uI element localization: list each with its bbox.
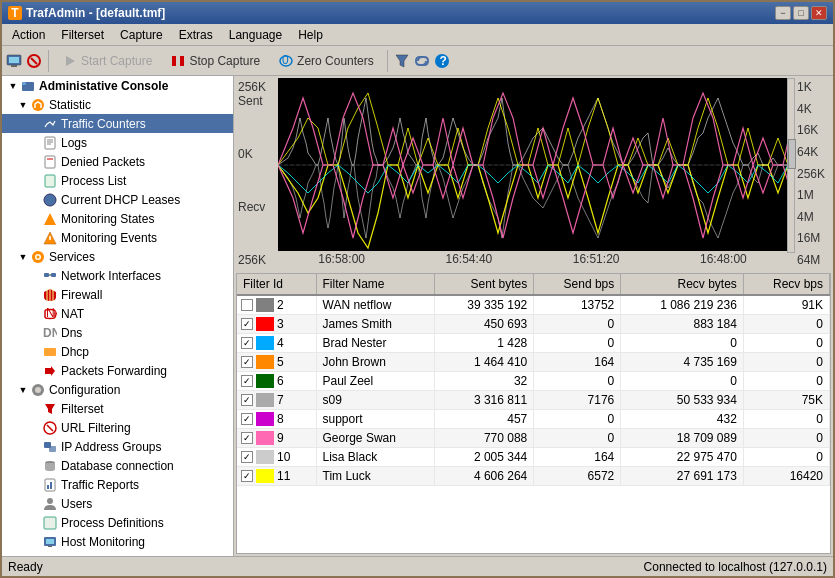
- cell-filter-name: s09: [316, 391, 434, 410]
- sidebar-monitoring-states-label: Monitoring States: [61, 212, 154, 226]
- sidebar-group-configuration-label: Configuration: [49, 383, 120, 397]
- chart-x-labels: 16:58:00 16:54:40 16:51:20 16:48:00: [278, 251, 787, 269]
- sidebar-group-services[interactable]: ▼ Services: [2, 247, 233, 266]
- toolbar-icon-2[interactable]: [26, 53, 42, 69]
- stop-capture-button[interactable]: Stop Capture: [163, 50, 267, 72]
- row-checkbox[interactable]: ✓: [241, 356, 253, 368]
- menu-filterset[interactable]: Filterset: [53, 26, 112, 44]
- menu-language[interactable]: Language: [221, 26, 290, 44]
- row-checkbox[interactable]: ✓: [241, 375, 253, 387]
- sidebar-item-dhcp[interactable]: Dhcp: [2, 342, 233, 361]
- sidebar-group-configuration[interactable]: ▼ Configuration: [2, 380, 233, 399]
- sidebar-item-firewall[interactable]: Firewall: [2, 285, 233, 304]
- svg-text:0: 0: [282, 54, 289, 67]
- sidebar-item-monitoring-events[interactable]: Monitoring Events: [2, 228, 233, 247]
- svg-line-4: [31, 58, 37, 64]
- row-checkbox[interactable]: [241, 299, 253, 311]
- row-checkbox[interactable]: ✓: [241, 394, 253, 406]
- chart-scrollbar[interactable]: [787, 78, 795, 253]
- sidebar-item-traffic-counters[interactable]: Traffic Counters: [2, 114, 233, 133]
- title-bar-left: T TrafAdmin - [default.tmf]: [8, 6, 165, 20]
- svg-point-42: [35, 387, 41, 393]
- sidebar-item-network-interfaces[interactable]: Network Interfaces: [2, 266, 233, 285]
- row-checkbox[interactable]: ✓: [241, 451, 253, 463]
- sidebar-item-url-filtering[interactable]: URL Filtering: [2, 418, 233, 437]
- row-checkbox[interactable]: ✓: [241, 318, 253, 330]
- cell-send-bps: 164: [534, 448, 621, 467]
- row-checkbox[interactable]: ✓: [241, 470, 253, 482]
- minimize-button[interactable]: −: [775, 6, 791, 20]
- row-checkbox[interactable]: ✓: [241, 432, 253, 444]
- svg-rect-39: [44, 348, 56, 356]
- sidebar-group-services-label: Services: [49, 250, 95, 264]
- main-window: T TrafAdmin - [default.tmf] − □ ✕ Action…: [0, 0, 835, 578]
- sidebar-item-packets-forwarding[interactable]: Packets Forwarding: [2, 361, 233, 380]
- toolbar-icon-link[interactable]: [414, 53, 430, 69]
- cell-recv-bps: 0: [743, 353, 829, 372]
- chart-y-right: 1K 4K 16K 64K 256K 1M 4M 16M 64M: [795, 78, 831, 269]
- color-swatch: [256, 431, 274, 445]
- maximize-button[interactable]: □: [793, 6, 809, 20]
- cell-sent-bytes: 3 316 811: [434, 391, 534, 410]
- sidebar-item-dhcp-leases[interactable]: Current DHCP Leases: [2, 190, 233, 209]
- sidebar-item-dns[interactable]: DNS Dns: [2, 323, 233, 342]
- svg-marker-40: [45, 366, 55, 376]
- sidebar-item-traffic-reports[interactable]: Traffic Reports: [2, 475, 233, 494]
- svg-rect-47: [49, 446, 56, 452]
- sidebar-database-connection-label: Database connection: [61, 459, 174, 473]
- monitoring-states-icon: [42, 211, 58, 227]
- zero-counters-button[interactable]: 0 Zero Counters: [271, 50, 381, 72]
- sidebar-item-process-definitions[interactable]: Process Definitions: [2, 513, 233, 532]
- close-button[interactable]: ✕: [811, 6, 827, 20]
- toolbar-icon-1[interactable]: [6, 53, 22, 69]
- network-interfaces-icon: [42, 268, 58, 284]
- row-checkbox[interactable]: ✓: [241, 337, 253, 349]
- row-checkbox[interactable]: ✓: [241, 413, 253, 425]
- menu-extras[interactable]: Extras: [171, 26, 221, 44]
- y-left-256k-recv: 256K: [238, 253, 276, 267]
- cell-recv-bytes: 0: [621, 372, 744, 391]
- sidebar-root[interactable]: ▼ Administative Console: [2, 76, 233, 95]
- x-label-1: 16:54:40: [446, 252, 493, 268]
- url-filtering-icon: [42, 420, 58, 436]
- cell-send-bps: 0: [534, 315, 621, 334]
- cell-filter-id: ✓ 7: [237, 391, 316, 410]
- toolbar-icon-filter[interactable]: [394, 53, 410, 69]
- sidebar-item-denied-packets[interactable]: Denied Packets: [2, 152, 233, 171]
- menu-action[interactable]: Action: [4, 26, 53, 44]
- sidebar-item-process-list[interactable]: Process List: [2, 171, 233, 190]
- cell-recv-bytes: 883 184: [621, 315, 744, 334]
- sidebar-item-monitoring-states[interactable]: Monitoring States: [2, 209, 233, 228]
- services-icon: [30, 249, 46, 265]
- toolbar-icon-help[interactable]: ?: [434, 53, 450, 69]
- dhcp-icon: [42, 344, 58, 360]
- sidebar-filterset-label: Filterset: [61, 402, 104, 416]
- sidebar-item-ip-address-groups[interactable]: IP Address Groups: [2, 437, 233, 456]
- y-right-256k: 256K: [797, 167, 829, 181]
- sidebar-item-filterset[interactable]: Filterset: [2, 399, 233, 418]
- sidebar-item-users[interactable]: Users: [2, 494, 233, 513]
- services-expand-icon: ▼: [16, 250, 30, 264]
- toolbar: Start Capture Stop Capture 0 Zero Counte…: [2, 46, 833, 76]
- menu-capture[interactable]: Capture: [112, 26, 171, 44]
- y-right-16m: 16M: [797, 231, 829, 245]
- filter-id-value: 3: [277, 317, 284, 331]
- col-header-recv-bps: Recv bps: [743, 274, 829, 295]
- sidebar-item-logs[interactable]: Logs: [2, 133, 233, 152]
- sidebar-item-nat[interactable]: NAT NAT: [2, 304, 233, 323]
- start-capture-button[interactable]: Start Capture: [55, 50, 159, 72]
- cell-filter-id: 2: [237, 295, 316, 315]
- sidebar-item-database-connection[interactable]: Database connection: [2, 456, 233, 475]
- svg-rect-6: [172, 56, 176, 66]
- sidebar-firewall-label: Firewall: [61, 288, 102, 302]
- cell-recv-bytes: 18 709 089: [621, 429, 744, 448]
- sidebar-item-host-monitoring[interactable]: Host Monitoring: [2, 532, 233, 551]
- menu-help[interactable]: Help: [290, 26, 331, 44]
- y-right-64m: 64M: [797, 253, 829, 267]
- sidebar-group-statistic[interactable]: ▼ Statistic: [2, 95, 233, 114]
- svg-line-45: [47, 425, 53, 431]
- status-right: Connected to localhost (127.0.0.1): [644, 560, 827, 574]
- x-label-3: 16:48:00: [700, 252, 747, 268]
- zero-counters-icon: 0: [278, 53, 294, 69]
- table-row: ✓ 4 Brad Nester1 428000: [237, 334, 830, 353]
